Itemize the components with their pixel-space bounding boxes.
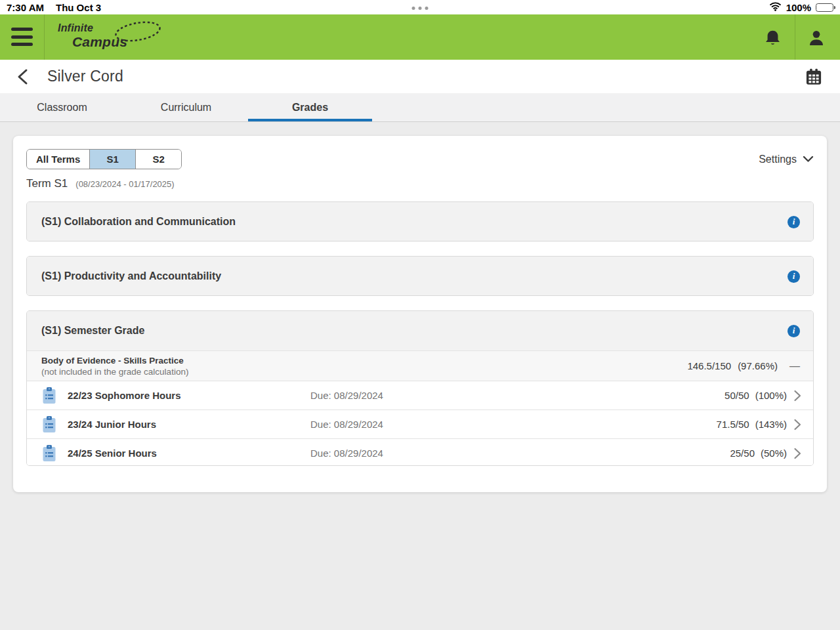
assignment-name[interactable]: 22/23 Sophomore Hours — [68, 390, 310, 401]
segment-s1[interactable]: S1 — [89, 150, 135, 169]
settings-dropdown[interactable]: Settings — [759, 154, 814, 165]
assignment-due-date: Due: 08/29/2024 — [310, 419, 717, 430]
term-segmented-control: All Terms S1 S2 — [26, 149, 182, 169]
app-header: Infinite Campus — [0, 14, 840, 60]
category-row: Body of Evidence - Skills Practice (not … — [27, 350, 813, 381]
user-account-icon[interactable] — [805, 26, 828, 50]
segment-all-terms[interactable]: All Terms — [27, 150, 89, 169]
dash-icon: — — [789, 360, 800, 372]
section-header: (S1) Collaboration and Communication i — [27, 202, 813, 242]
chevron-right-icon — [793, 390, 804, 401]
assignment-clipboard-icon — [41, 387, 58, 405]
assignment-name[interactable]: 23/24 Junior Hours — [68, 419, 310, 430]
calendar-icon[interactable] — [805, 68, 824, 86]
header-divider — [795, 14, 795, 60]
term-summary: Term S1 (08/23/2024 - 01/17/2025) — [26, 177, 175, 190]
category-percent: (97.66%) — [738, 360, 778, 371]
assignment-score: 50/50 (100%) — [724, 390, 787, 401]
battery-percent: 100% — [786, 2, 811, 13]
chevron-right-icon — [793, 419, 804, 430]
assignment-score: 71.5/50 (143%) — [717, 419, 787, 430]
header-divider — [44, 14, 45, 60]
assignment-percent: (100%) — [755, 390, 787, 401]
grade-section-productivity: (S1) Productivity and Accountability i — [26, 256, 814, 296]
assignment-points: 50/50 — [724, 390, 749, 401]
back-chevron-icon[interactable] — [14, 68, 33, 85]
assignment-clipboard-icon — [41, 415, 58, 434]
settings-label: Settings — [759, 154, 797, 165]
category-note: (not included in the grade calculation) — [41, 366, 687, 377]
section-header: (S1) Productivity and Accountability i — [27, 257, 813, 296]
assignment-name[interactable]: 24/25 Senior Hours — [68, 448, 310, 459]
assignment-due-date: Due: 08/29/2024 — [310, 448, 730, 459]
assignment-due-date: Due: 08/29/2024 — [310, 390, 724, 401]
status-date: Thu Oct 3 — [56, 2, 101, 13]
menu-icon[interactable] — [11, 28, 33, 46]
assignment-percent: (50%) — [761, 448, 787, 459]
section-title: (S1) Collaboration and Communication — [41, 216, 788, 228]
status-time: 7:30 AM — [7, 2, 44, 13]
assignment-row-sophomore[interactable]: 22/23 Sophomore Hours Due: 08/29/2024 50… — [27, 381, 813, 410]
assignment-row-junior[interactable]: 23/24 Junior Hours Due: 08/29/2024 71.5/… — [27, 410, 813, 438]
chevron-right-icon — [793, 448, 804, 459]
segment-s2[interactable]: S2 — [135, 150, 181, 169]
assignment-clipboard-icon — [41, 444, 58, 463]
info-icon[interactable]: i — [788, 325, 800, 337]
term-label: Term S1 — [26, 177, 68, 190]
tab-classroom[interactable]: Classroom — [0, 93, 124, 121]
battery-icon — [816, 3, 833, 12]
section-header: (S1) Semester Grade i — [27, 311, 813, 350]
logo-swirl-icon — [98, 16, 177, 47]
wifi-icon — [769, 1, 782, 13]
grades-card: All Terms S1 S2 Settings Term S1 (08/23/… — [13, 136, 827, 492]
infinite-campus-logo: Infinite Campus — [58, 23, 127, 49]
assignment-row-senior[interactable]: 24/25 Senior Hours Due: 08/29/2024 25/50… — [27, 438, 813, 466]
tab-grades[interactable]: Grades — [248, 93, 372, 121]
tab-bar: Classroom Curriculum Grades — [0, 93, 840, 122]
section-title: (S1) Productivity and Accountability — [41, 270, 788, 282]
tab-curriculum[interactable]: Curriculum — [124, 93, 248, 121]
info-icon[interactable]: i — [788, 216, 800, 228]
assignment-points: 25/50 — [730, 448, 755, 459]
grade-section-collaboration: (S1) Collaboration and Communication i — [26, 201, 814, 242]
assignment-points: 71.5/50 — [717, 419, 749, 430]
notifications-bell-icon[interactable] — [761, 26, 784, 50]
section-title: (S1) Semester Grade — [41, 325, 788, 337]
assignment-percent: (143%) — [755, 419, 787, 430]
status-bar: 7:30 AM Thu Oct 3 100% — [0, 0, 840, 14]
title-bar: Silver Cord — [0, 60, 840, 93]
category-name: Body of Evidence - Skills Practice — [41, 355, 687, 366]
category-score: 146.5/150 (97.66%) — — [687, 360, 800, 372]
assignment-score: 25/50 (50%) — [730, 448, 787, 459]
category-points: 146.5/150 — [687, 360, 731, 371]
multitask-dots-icon — [412, 7, 429, 10]
term-date-range: (08/23/2024 - 01/17/2025) — [75, 179, 174, 189]
chevron-down-icon — [803, 156, 814, 163]
screen: 7:30 AM Thu Oct 3 100% — [0, 0, 840, 630]
info-icon[interactable]: i — [788, 270, 800, 283]
grade-section-semester: (S1) Semester Grade i Body of Evidence -… — [26, 310, 814, 466]
page-title: Silver Cord — [47, 68, 123, 85]
